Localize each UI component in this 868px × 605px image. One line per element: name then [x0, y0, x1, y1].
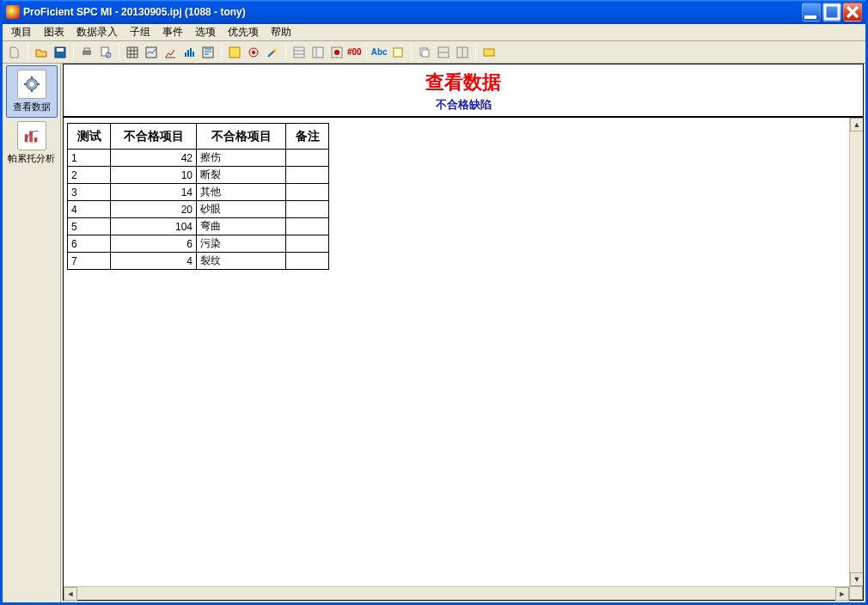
svg-rect-12 [193, 52, 194, 57]
svg-rect-3 [57, 48, 64, 52]
svg-rect-0 [804, 15, 816, 19]
cell-defect: 弯曲 [197, 218, 286, 235]
cell-remark [286, 184, 329, 201]
scroll-down-icon[interactable]: ▼ [850, 572, 863, 586]
document-subtitle: 不合格缺陷 [64, 97, 863, 113]
tool-abc-icon[interactable]: Abc [371, 44, 388, 61]
svg-rect-23 [422, 50, 429, 57]
tool-print-preview-icon[interactable] [97, 44, 114, 61]
cell-count: 104 [111, 218, 197, 235]
col-header-defect: 不合格项目 [197, 124, 286, 150]
tool-yellow1-icon[interactable] [226, 44, 243, 61]
table-row[interactable]: 5104弯曲 [68, 218, 329, 235]
tool-copy-icon[interactable] [416, 44, 433, 61]
toolbar-separator [366, 44, 367, 61]
cell-remark [286, 167, 329, 184]
minimize-button[interactable] [802, 3, 821, 21]
toolbar-separator [119, 44, 119, 61]
cell-remark [286, 235, 329, 253]
table-row[interactable]: 74裂纹 [68, 253, 329, 270]
svg-rect-6 [101, 47, 108, 56]
tool-layout1-icon[interactable] [435, 44, 452, 61]
tool-chart1-icon[interactable] [143, 44, 160, 61]
app-window: ProFicient SPC MI - 20130905.ipj (1088 -… [0, 0, 868, 605]
sidebar-item-label: 查看数据 [7, 101, 57, 113]
tool-wand-icon[interactable] [264, 44, 281, 61]
menu-options[interactable]: 选项 [190, 23, 221, 41]
svg-rect-11 [190, 48, 192, 57]
sidebar: 查看数据 帕累托分析 [3, 64, 61, 602]
cell-index: 4 [68, 201, 111, 218]
tool-layout2-icon[interactable] [454, 44, 471, 61]
menu-data-entry[interactable]: 数据录入 [71, 23, 123, 41]
gear-icon [17, 70, 46, 99]
tool-note-icon[interactable] [389, 44, 406, 61]
tool-yellow2-icon[interactable] [480, 44, 498, 61]
cell-remark [286, 201, 329, 218]
menu-project[interactable]: 项目 [6, 23, 37, 41]
tool-histogram-icon[interactable] [180, 44, 198, 61]
menu-priority[interactable]: 优先项 [223, 23, 264, 41]
svg-rect-26 [484, 49, 494, 56]
menu-subgroup[interactable]: 子组 [125, 23, 156, 41]
table-row[interactable]: 420砂眼 [68, 201, 329, 218]
scroll-right-icon[interactable]: ► [835, 587, 849, 601]
cell-index: 2 [68, 167, 111, 184]
svg-rect-35 [34, 138, 37, 143]
svg-rect-21 [394, 48, 402, 57]
table-row[interactable]: 142擦伤 [68, 150, 329, 167]
svg-rect-18 [313, 47, 323, 58]
tool-open-icon[interactable] [33, 44, 50, 61]
title-bar[interactable]: ProFicient SPC MI - 20130905.ipj (1088 -… [3, 0, 865, 24]
col-header-remark: 备注 [286, 124, 329, 150]
sidebar-item-pareto[interactable]: 帕累托分析 [6, 118, 58, 168]
svg-point-28 [29, 82, 34, 87]
table-row[interactable]: 66污染 [68, 235, 329, 253]
tool-grid-icon[interactable] [124, 44, 141, 61]
tool-new-icon[interactable] [6, 44, 23, 61]
scroll-corner [849, 586, 863, 600]
cell-count: 10 [111, 167, 197, 184]
document-area: 查看数据 不合格缺陷 测试 不合格项目 不合格项目 备注 142擦伤210断裂3… [63, 64, 864, 601]
toolbar: #00 Abc [3, 41, 865, 64]
menu-chart[interactable]: 图表 [39, 23, 70, 41]
toolbar-separator [411, 44, 412, 61]
close-button[interactable] [843, 3, 862, 21]
document-header: 查看数据 不合格缺陷 [64, 64, 863, 118]
table-row[interactable]: 210断裂 [68, 167, 329, 184]
maximize-button[interactable] [822, 3, 841, 21]
cell-index: 7 [68, 253, 111, 270]
scroll-left-icon[interactable]: ◄ [64, 587, 77, 601]
tool-stats-icon[interactable] [199, 44, 217, 61]
menu-events[interactable]: 事件 [157, 23, 188, 41]
tool-hash-icon[interactable]: #00 [347, 44, 362, 61]
col-header-count: 不合格项目 [111, 124, 197, 150]
app-icon [6, 5, 20, 19]
cell-defect: 污染 [197, 235, 286, 253]
table-row[interactable]: 314其他 [68, 184, 329, 201]
svg-rect-9 [185, 52, 186, 57]
cell-remark [286, 253, 329, 270]
sidebar-item-view-data[interactable]: 查看数据 [6, 65, 58, 118]
tool-save-icon[interactable] [52, 44, 69, 61]
cell-index: 5 [68, 218, 111, 235]
cell-defect: 裂纹 [197, 253, 286, 270]
svg-point-20 [334, 50, 339, 55]
toolbar-separator [221, 44, 222, 61]
horizontal-scrollbar[interactable]: ◄ ► [64, 586, 849, 600]
menu-help[interactable]: 帮助 [266, 23, 296, 41]
col-header-test: 测试 [68, 124, 111, 150]
tool-sheet2-icon[interactable] [309, 44, 327, 61]
tool-target-icon[interactable] [245, 44, 262, 61]
cell-index: 3 [68, 184, 111, 201]
tool-chart2-icon[interactable] [162, 44, 179, 61]
scroll-up-icon[interactable]: ▲ [850, 118, 863, 131]
tool-print-icon[interactable] [78, 44, 95, 61]
svg-rect-1 [825, 5, 839, 19]
vertical-scrollbar[interactable]: ▲ ▼ [849, 118, 863, 586]
tool-sheet1-icon[interactable] [290, 44, 308, 61]
document-body: 测试 不合格项目 不合格项目 备注 142擦伤210断裂314其他420砂眼51… [64, 118, 863, 586]
tool-alarm-icon[interactable] [328, 44, 345, 61]
svg-rect-10 [187, 50, 189, 57]
cell-defect: 砂眼 [197, 201, 286, 218]
